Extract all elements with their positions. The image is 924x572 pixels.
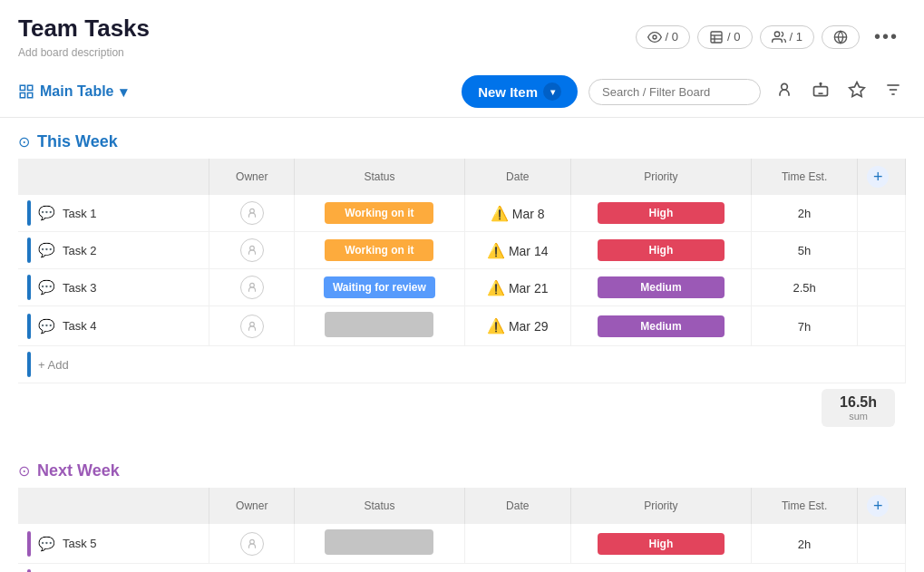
col-header-status-nw: Status [295, 488, 464, 524]
more-button[interactable]: ••• [867, 23, 906, 51]
group-title-this-week: This Week [37, 132, 118, 151]
priority-badge[interactable]: High [598, 239, 725, 261]
status-badge[interactable]: Waiting for review [324, 276, 435, 298]
task-timeest-cell: 5h [752, 232, 858, 269]
group-chevron-this-week[interactable]: ⊙ [18, 133, 30, 150]
group-header-this-week: ⊙ This Week [18, 132, 906, 151]
task-name-cell: 💬 Task 4 [18, 306, 209, 346]
add-label[interactable]: + Add [38, 358, 69, 372]
grid-icon [18, 83, 34, 100]
owner-avatar[interactable] [240, 201, 264, 225]
task-timeest: 2h [798, 538, 811, 551]
filter-icon[interactable] [880, 77, 906, 107]
add-row-cell[interactable]: + Add [18, 346, 906, 383]
task-priority-cell[interactable]: High [570, 195, 751, 232]
add-column-button-nw[interactable]: + [867, 495, 889, 517]
eye-icon [647, 30, 662, 44]
status-empty[interactable] [325, 529, 433, 555]
task-color-bar [27, 352, 31, 377]
svg-rect-9 [28, 85, 33, 90]
task-status-cell[interactable] [295, 524, 464, 564]
col-header-name-nw [18, 488, 209, 524]
person-filter-icon[interactable] [772, 77, 797, 107]
priority-badge[interactable]: High [598, 533, 725, 555]
chat-icon[interactable]: 💬 [38, 318, 55, 334]
person-action[interactable]: / 1 [760, 25, 814, 49]
task-name-cell: 💬 Task 1 [18, 195, 209, 232]
new-item-label: New Item [478, 84, 538, 100]
svg-point-0 [653, 35, 657, 39]
task-status-cell[interactable] [295, 306, 464, 346]
owner-avatar[interactable] [240, 238, 264, 262]
task-priority-cell[interactable]: Medium [570, 269, 751, 306]
task-date-cell: ⚠️ Mar 14 [464, 232, 570, 269]
table-count: / 0 [727, 30, 740, 44]
add-row[interactable]: + Add [18, 346, 906, 383]
chat-icon[interactable]: 💬 [38, 536, 55, 552]
task-name[interactable]: Task 2 [63, 244, 97, 257]
new-item-button[interactable]: New Item ▾ [462, 75, 578, 108]
table-row: 💬 Task 2 Working on it ⚠️ Mar 14 High 5h [18, 232, 906, 269]
task-timeest: 2.5h [793, 281, 815, 295]
globe-action[interactable] [822, 25, 860, 49]
task-name[interactable]: Task 5 [63, 537, 97, 550]
chat-icon[interactable]: 💬 [38, 242, 55, 258]
priority-badge[interactable]: High [598, 202, 725, 224]
task-table-this-week: Owner Status Date Priority Time Est. + 💬… [18, 159, 906, 383]
task-timeest: 7h [798, 320, 811, 334]
col-header-date-nw: Date [464, 488, 570, 524]
owner-avatar[interactable] [240, 315, 264, 338]
svg-rect-10 [20, 93, 24, 98]
col-header-name [18, 159, 209, 195]
task-priority-cell[interactable]: High [570, 524, 751, 564]
owner-avatar[interactable] [240, 532, 264, 556]
col-header-timeest-nw: Time Est. [752, 488, 858, 524]
col-header-status: Status [295, 159, 464, 195]
main-table-button[interactable]: Main Table ▾ [18, 83, 127, 101]
globe-icon [833, 30, 848, 44]
status-badge[interactable]: Working on it [325, 202, 433, 224]
task-owner-cell [209, 195, 295, 232]
search-input[interactable] [588, 79, 761, 105]
table-row: 💬 Task 1 Working on it ⚠️ Mar 8 High 2h [18, 195, 906, 232]
task-date-cell: ⚠️ Mar 29 [464, 306, 570, 346]
task-priority-cell[interactable]: High [570, 232, 751, 269]
add-row[interactable]: + Add [18, 564, 906, 573]
task-name-cell: 💬 Task 2 [18, 232, 209, 269]
pin-icon[interactable] [844, 77, 870, 107]
col-header-owner: Owner [209, 159, 295, 195]
status-empty[interactable] [325, 312, 433, 337]
toolbar: Main Table ▾ New Item ▾ [0, 66, 924, 118]
eye-action[interactable]: / 0 [636, 25, 690, 49]
table-action[interactable]: / 0 [697, 25, 752, 49]
table-row: 💬 Task 4 ⚠️ Mar 29 Medium 7h [18, 306, 906, 346]
robot-icon[interactable] [808, 77, 833, 107]
task-date-cell: ⚠️ Mar 8 [464, 195, 570, 232]
task-extra-cell [858, 524, 906, 564]
svg-rect-8 [20, 85, 24, 90]
chat-icon[interactable]: 💬 [38, 205, 55, 221]
task-date: Mar 8 [512, 207, 545, 221]
eye-count: / 0 [666, 30, 678, 44]
sum-value-this-week: 16.5h [840, 394, 877, 411]
priority-badge[interactable]: Medium [598, 276, 725, 298]
add-row-cell[interactable]: + Add [18, 564, 906, 573]
task-owner-cell [209, 306, 295, 346]
task-status-cell[interactable]: Working on it [295, 232, 464, 269]
add-column-button[interactable]: + [867, 166, 889, 188]
task-date-cell [464, 524, 570, 564]
task-color-bar [27, 531, 31, 557]
status-badge[interactable]: Working on it [325, 239, 433, 261]
alert-icon: ⚠️ [487, 318, 505, 334]
priority-badge[interactable]: Medium [598, 315, 725, 337]
group-chevron-next-week[interactable]: ⊙ [18, 462, 30, 480]
task-status-cell[interactable]: Working on it [295, 195, 464, 232]
task-name[interactable]: Task 1 [63, 207, 97, 220]
task-name[interactable]: Task 4 [63, 319, 97, 333]
task-priority-cell[interactable]: Medium [570, 306, 751, 346]
board-description[interactable]: Add board description [18, 46, 150, 59]
owner-avatar[interactable] [240, 276, 264, 299]
chat-icon[interactable]: 💬 [38, 279, 55, 296]
task-name[interactable]: Task 3 [63, 281, 97, 295]
task-status-cell[interactable]: Waiting for review [295, 269, 464, 306]
